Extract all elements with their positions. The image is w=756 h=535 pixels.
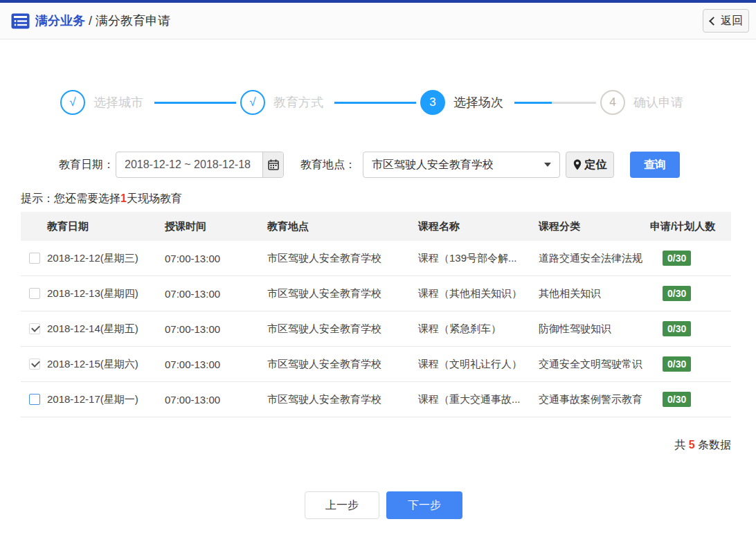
row-count-cell: 0/30: [650, 321, 731, 336]
row-checkbox[interactable]: [29, 394, 40, 405]
calendar-icon: [268, 159, 279, 170]
chevron-left-icon: [709, 17, 718, 26]
footer-actions: 上一步 下一步: [6, 491, 756, 519]
row-place: 市区驾驶人安全教育学校: [267, 393, 418, 406]
row-checkbox-cell: [21, 288, 47, 299]
row-count-cell: 0/30: [650, 356, 731, 372]
row-place: 市区驾驶人安全教育学校: [267, 252, 418, 265]
row-category: 其他相关知识: [539, 287, 650, 300]
row-course: 课程（文明礼让行人）: [418, 358, 539, 371]
row-checkbox-cell: [21, 253, 47, 264]
filter-bar: 教育日期： 2018-12-12 ~ 2018-12-18 教育地点： 市区驾驶…: [0, 152, 756, 178]
header-count: 申请/计划人数: [650, 220, 731, 233]
count-badge: 0/30: [663, 251, 691, 266]
step-1-label: 选择城市: [93, 94, 143, 111]
row-place: 市区驾驶人安全教育学校: [267, 358, 418, 371]
row-place: 市区驾驶人安全教育学校: [267, 287, 418, 300]
row-course: 课程（重大交通事故...: [418, 393, 539, 406]
count-badge: 0/30: [663, 356, 691, 372]
date-range-input[interactable]: 2018-12-12 ~ 2018-12-18: [116, 152, 262, 177]
step-connector-1: [154, 102, 236, 104]
row-course: 课程（139号部令解...: [418, 252, 539, 265]
total-suffix: 条数据: [695, 439, 731, 451]
hint-text: 提示：您还需要选择1天现场教育: [21, 192, 756, 206]
total-count: 共 5 条数据: [0, 438, 731, 453]
locate-button-label: 定位: [585, 158, 607, 172]
query-button[interactable]: 查询: [630, 152, 680, 178]
breadcrumb-page: / 满分教育申请: [85, 14, 170, 28]
row-time: 07:00-13:00: [165, 394, 267, 406]
row-date: 2018-12-14(星期五): [47, 323, 165, 336]
list-icon: [11, 13, 30, 29]
table-body: 2018-12-12(星期三) 07:00-13:00 市区驾驶人安全教育学校 …: [21, 241, 731, 417]
row-date: 2018-12-17(星期一): [47, 393, 165, 406]
back-button-label: 返回: [721, 14, 743, 28]
count-badge: 0/30: [663, 392, 691, 407]
header-course: 课程名称: [418, 220, 539, 233]
header-place: 教育地点: [267, 220, 418, 233]
step-2-label: 教育方式: [273, 94, 323, 111]
step-1-circle: √: [60, 90, 85, 115]
header-time: 授课时间: [165, 220, 267, 233]
step-connector-2: [334, 102, 416, 104]
locate-button[interactable]: 定位: [566, 152, 614, 178]
row-count-cell: 0/30: [650, 392, 731, 407]
row-time: 07:00-13:00: [165, 253, 267, 264]
row-category: 交通事故案例警示教育: [539, 393, 650, 406]
dropdown-arrow-icon: [544, 163, 551, 167]
row-checkbox-cell: [21, 394, 47, 405]
row-checkbox-cell: [21, 359, 47, 370]
next-step-button[interactable]: 下一步: [386, 491, 462, 519]
step-connector-3: [514, 102, 596, 104]
place-select[interactable]: 市区驾驶人安全教育学校: [363, 152, 560, 178]
step-4-label: 确认申请: [633, 94, 683, 111]
back-button[interactable]: 返回: [703, 9, 749, 33]
prev-step-button[interactable]: 上一步: [305, 491, 379, 519]
count-badge: 0/30: [663, 321, 691, 336]
total-number: 5: [689, 439, 695, 451]
table-row: 2018-12-15(星期六) 07:00-13:00 市区驾驶人安全教育学校 …: [21, 347, 731, 382]
row-course: 课程（紧急刹车）: [418, 323, 539, 336]
step-2-circle: √: [240, 90, 265, 115]
total-prefix: 共: [674, 439, 688, 451]
table-row: 2018-12-17(星期一) 07:00-13:00 市区驾驶人安全教育学校 …: [21, 382, 731, 417]
place-select-value: 市区驾驶人安全教育学校: [372, 158, 494, 172]
row-checkbox[interactable]: [29, 253, 40, 264]
table-row: 2018-12-14(星期五) 07:00-13:00 市区驾驶人安全教育学校 …: [21, 311, 731, 347]
row-category: 交通安全文明驾驶常识: [539, 358, 650, 371]
step-3-circle: 3: [420, 90, 445, 115]
table-row: 2018-12-13(星期四) 07:00-13:00 市区驾驶人安全教育学校 …: [21, 276, 731, 311]
row-count-cell: 0/30: [650, 251, 731, 266]
page-header: 满分业务 / 满分教育申请 返回: [0, 3, 756, 39]
calendar-button[interactable]: [262, 152, 283, 177]
place-filter-label: 教育地点：: [300, 158, 356, 172]
row-checkbox[interactable]: [29, 323, 40, 334]
row-category: 道路交通安全法律法规: [539, 252, 650, 265]
step-3-label: 选择场次: [453, 94, 503, 111]
hint-prefix: 提示：您还需要选择: [21, 192, 120, 204]
row-checkbox-cell: [21, 323, 47, 334]
row-category: 防御性驾驶知识: [539, 323, 650, 336]
row-checkbox[interactable]: [29, 288, 40, 299]
row-course: 课程（其他相关知识）: [418, 287, 539, 300]
row-time: 07:00-13:00: [165, 288, 267, 300]
count-badge: 0/30: [663, 286, 691, 301]
row-time: 07:00-13:00: [165, 323, 267, 335]
header-category: 课程分类: [539, 220, 650, 233]
hint-suffix: 天现场教育: [127, 192, 182, 204]
header-date: 教育日期: [47, 220, 165, 233]
row-date: 2018-12-13(星期四): [47, 287, 165, 300]
hint-count: 1: [120, 192, 127, 204]
table-header: 教育日期 授课时间 教育地点 课程名称 课程分类 申请/计划人数: [21, 212, 731, 241]
step-4-circle: 4: [600, 90, 625, 115]
sessions-table: 教育日期 授课时间 教育地点 课程名称 课程分类 申请/计划人数 2018-12…: [21, 212, 731, 417]
row-date: 2018-12-12(星期三): [47, 252, 165, 265]
row-date: 2018-12-15(星期六): [47, 358, 165, 371]
row-place: 市区驾驶人安全教育学校: [267, 323, 418, 336]
breadcrumb-section: 满分业务: [35, 14, 85, 28]
step-indicator: √ 选择城市 √ 教育方式 3 选择场次 4 确认申请: [0, 90, 753, 115]
row-time: 07:00-13:00: [165, 359, 267, 370]
date-range-field: 2018-12-12 ~ 2018-12-18: [116, 152, 284, 178]
row-checkbox[interactable]: [29, 359, 40, 370]
table-row: 2018-12-12(星期三) 07:00-13:00 市区驾驶人安全教育学校 …: [21, 241, 731, 276]
